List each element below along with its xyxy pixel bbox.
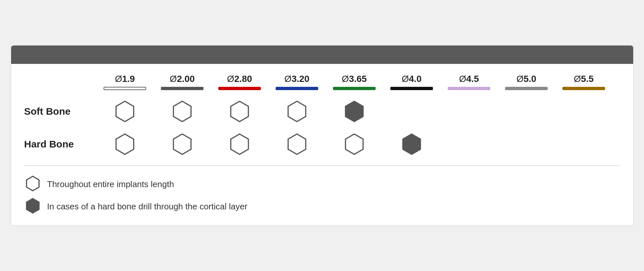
svg-marker-0 — [116, 101, 134, 122]
col-header: Ø5.5 — [555, 74, 613, 90]
hex-outline-icon — [228, 100, 251, 123]
columns-row: Ø1.9Ø2.00Ø2.80Ø3.20Ø3.65Ø4.0Ø4.5Ø5.0Ø5.5 — [96, 74, 620, 90]
legend-text: In cases of a hard bone drill through th… — [47, 202, 247, 212]
card-header — [11, 46, 633, 64]
hex-outline-icon — [343, 133, 366, 156]
col-bar — [218, 87, 261, 90]
cell — [154, 100, 211, 123]
col-header: Ø4.5 — [440, 74, 498, 90]
svg-marker-1 — [173, 101, 191, 122]
row-cells — [96, 100, 613, 123]
hex-outline-icon — [285, 133, 308, 156]
hex-outline-icon — [285, 100, 308, 123]
col-label: Ø2.80 — [227, 74, 252, 84]
svg-marker-3 — [288, 101, 306, 122]
col-bar — [161, 87, 204, 90]
data-row: Hard Bone — [24, 133, 620, 156]
col-bar — [448, 87, 490, 90]
legend-outline-icon — [24, 175, 41, 193]
legend-item: In cases of a hard bone drill through th… — [24, 197, 620, 216]
cell — [383, 133, 440, 156]
col-label: Ø2.00 — [170, 74, 195, 84]
col-label: Ø4.5 — [459, 74, 479, 84]
col-bar — [333, 87, 376, 90]
data-rows: Soft BoneHard Bone — [24, 100, 620, 156]
svg-marker-12 — [26, 198, 40, 214]
col-label: Ø3.20 — [284, 74, 309, 84]
col-header: Ø2.00 — [154, 74, 211, 90]
svg-marker-5 — [116, 134, 134, 154]
legend-text: Throughout entire implants length — [47, 179, 174, 189]
svg-marker-11 — [26, 176, 39, 191]
svg-marker-4 — [345, 101, 363, 122]
divider — [24, 165, 620, 166]
svg-marker-7 — [231, 134, 248, 154]
svg-marker-6 — [173, 134, 191, 154]
hex-outline-icon — [171, 100, 194, 123]
hex-outline-icon — [113, 100, 136, 123]
cell — [268, 100, 326, 123]
svg-marker-10 — [402, 133, 421, 155]
col-label: Ø5.0 — [517, 74, 537, 84]
cell — [211, 100, 268, 123]
cell — [96, 133, 154, 156]
cell — [211, 133, 268, 156]
col-label: Ø3.65 — [342, 74, 367, 84]
svg-marker-9 — [345, 134, 363, 154]
col-header: Ø3.20 — [268, 74, 326, 90]
col-bar — [276, 87, 318, 90]
col-label: Ø1.9 — [115, 74, 135, 84]
col-header: Ø5.0 — [498, 74, 555, 90]
col-bar — [390, 87, 433, 90]
hex-outline-icon — [113, 133, 136, 156]
cell — [326, 133, 383, 156]
card-body: Ø1.9Ø2.00Ø2.80Ø3.20Ø3.65Ø4.0Ø4.5Ø5.0Ø5.5… — [11, 64, 633, 225]
col-bar — [505, 87, 548, 90]
col-label: Ø5.5 — [574, 74, 594, 84]
hex-filled-icon — [343, 100, 366, 123]
hex-filled-icon — [400, 133, 423, 156]
cell — [154, 133, 211, 156]
hex-outline-icon — [228, 133, 251, 156]
cell — [96, 100, 154, 123]
col-header: Ø1.9 — [96, 74, 154, 90]
col-header: Ø4.0 — [383, 74, 440, 90]
col-bar — [104, 87, 146, 90]
col-header: Ø2.80 — [211, 74, 268, 90]
row-label: Soft Bone — [24, 106, 96, 117]
legend-item: Throughout entire implants length — [24, 175, 620, 193]
svg-marker-8 — [288, 134, 306, 154]
legend: Throughout entire implants lengthIn case… — [24, 175, 620, 216]
data-row: Soft Bone — [24, 100, 620, 123]
col-bar — [562, 87, 605, 90]
main-card: Ø1.9Ø2.00Ø2.80Ø3.20Ø3.65Ø4.0Ø4.5Ø5.0Ø5.5… — [11, 45, 634, 226]
row-cells — [96, 133, 613, 156]
row-label: Hard Bone — [24, 139, 96, 150]
svg-marker-2 — [231, 101, 248, 122]
col-header: Ø3.65 — [326, 74, 383, 90]
legend-filled-icon — [24, 197, 41, 216]
col-label: Ø4.0 — [402, 74, 422, 84]
hex-outline-icon — [171, 133, 194, 156]
cell — [326, 100, 383, 123]
cell — [268, 133, 326, 156]
